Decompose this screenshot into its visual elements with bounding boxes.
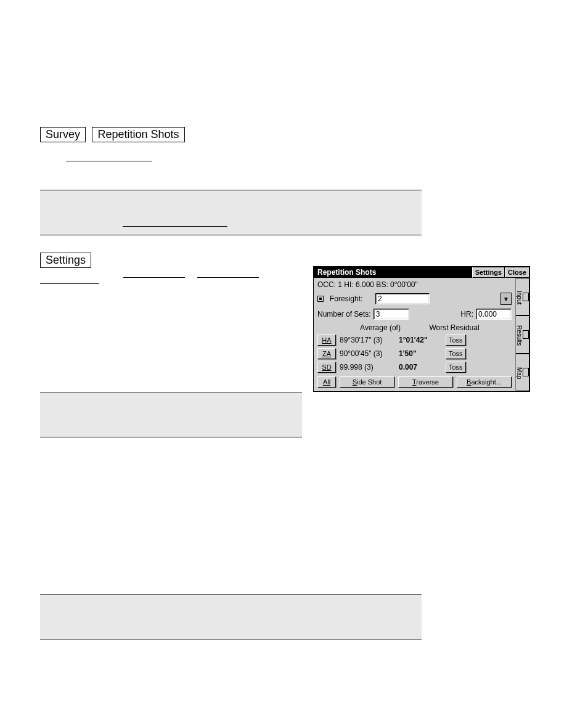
shaded-box-3	[40, 594, 422, 639]
sd-residual: 0.007	[399, 363, 446, 371]
close-button[interactable]: Close	[505, 267, 529, 278]
underline-4	[123, 277, 185, 278]
chevron-down-icon: ▼	[503, 296, 509, 302]
tab-input[interactable]: Input	[516, 278, 529, 315]
status-text: OCC: 1 HI: 6.000 BS: 0°00'00"	[317, 280, 512, 289]
settings-doc-button: Settings	[40, 253, 91, 268]
za-residual: 1'50"	[399, 349, 446, 358]
za-toss-button[interactable]: Toss	[446, 348, 466, 359]
sd-toss-button[interactable]: Toss	[446, 362, 466, 373]
underline-5	[197, 277, 259, 278]
za-average: 90°00'45" (3)	[336, 349, 399, 358]
row-sd: SD 99.998 (3) 0.007 Toss	[317, 362, 512, 373]
foresight-label: Foresight:	[330, 294, 373, 303]
repetition-shots-doc-button: Repetition Shots	[92, 127, 184, 142]
average-header: Average (of)	[337, 323, 423, 332]
row-ha: HA 89°30'17" (3) 1°01'42" Toss	[317, 335, 512, 346]
tab-map[interactable]: Map	[516, 354, 529, 391]
settings-button[interactable]: Settings	[472, 267, 505, 278]
ha-button[interactable]: HA	[317, 335, 336, 346]
sd-button[interactable]: SD	[317, 362, 336, 373]
hr-input[interactable]	[476, 309, 512, 320]
backsight-button[interactable]: Backsight...	[457, 376, 512, 387]
window-title: Repetition Shots	[314, 267, 472, 278]
traverse-button[interactable]: Traverse	[398, 376, 453, 387]
numsets-input[interactable]	[374, 309, 409, 320]
survey-doc-button: Survey	[40, 127, 86, 142]
numsets-label: Number of Sets:	[317, 310, 371, 319]
underline-1	[66, 161, 152, 161]
titlebar: Repetition Shots Settings Close	[314, 267, 529, 278]
shaded-box-1	[40, 190, 422, 235]
shaded-box-2	[40, 392, 302, 437]
row-za: ZA 90°00'45" (3) 1'50" Toss	[317, 348, 512, 359]
ha-toss-button[interactable]: Toss	[446, 335, 466, 346]
foresight-input[interactable]	[375, 293, 430, 304]
za-button[interactable]: ZA	[317, 348, 336, 359]
underline-3	[40, 283, 99, 284]
underline-2	[123, 226, 227, 227]
sd-average: 99.998 (3)	[336, 363, 399, 371]
input-icon	[523, 293, 529, 301]
all-button[interactable]: All	[317, 376, 336, 387]
ha-average: 89°30'17" (3)	[336, 336, 399, 344]
side-tabs: Input Results Map	[515, 278, 529, 391]
foresight-option-icon[interactable]	[317, 296, 324, 302]
tab-results[interactable]: Results	[516, 315, 529, 353]
main-panel: OCC: 1 HI: 6.000 BS: 0°00'00" Foresight:…	[314, 278, 515, 391]
side-shot-button[interactable]: Side Shot	[340, 376, 394, 387]
map-icon	[523, 368, 529, 376]
ha-residual: 1°01'42"	[399, 336, 446, 344]
repetition-shots-dialog: Repetition Shots Settings Close OCC: 1 H…	[313, 266, 530, 392]
foresight-dropdown-button[interactable]: ▼	[500, 293, 512, 305]
hr-label: HR:	[460, 310, 473, 319]
residual-header: Worst Residual	[423, 323, 485, 332]
results-icon	[523, 330, 529, 339]
